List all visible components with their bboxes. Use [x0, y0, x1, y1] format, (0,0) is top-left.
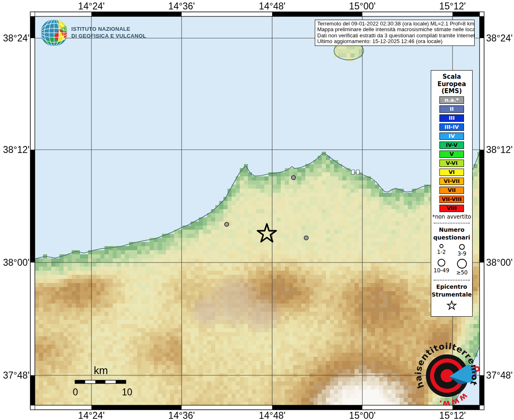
epicenter-title: Epicentro Strumentale — [431, 283, 472, 299]
lon-label: 14°24' — [78, 1, 105, 12]
questionnaire-size-class: ≥50 — [452, 258, 472, 277]
ems-scale-item: IV-V — [439, 142, 464, 149]
ems-scale-item: VII-VIII — [439, 196, 464, 203]
ems-scale-item: VIII — [439, 205, 464, 212]
info-line: Ultimo aggiornamento: 15-12-2025 12:46 (… — [317, 39, 472, 44]
ems-scale-item: n.a.* — [439, 96, 464, 104]
questionnaire-size-class: 1-2 — [431, 243, 452, 258]
legend-scale-title: Scala Europea (EMS) — [431, 73, 472, 95]
lat-label: 38°00' — [486, 257, 513, 268]
lat-label: 38°12' — [486, 144, 513, 155]
lon-label: 15°00' — [349, 1, 376, 12]
questionnaire-size-class: 10-49 — [431, 258, 452, 277]
lon-label: 15°12' — [439, 1, 466, 12]
lat-label: 38°24' — [1, 33, 30, 44]
info-line: Dati non verificati estratti da 3 questi… — [317, 33, 472, 39]
info-line: Terremoto del 09-01-2022 02:30:38 (ora l… — [317, 21, 472, 27]
questionnaires-title: Numero questionari — [431, 226, 472, 242]
seismic-intensity-map-page: km010 haisentitoilterremoto.it www. ? — [0, 0, 514, 420]
epicenter-star-icon — [446, 299, 458, 311]
ingv-name-line1: ISTITUTO NAZIONALE — [71, 26, 130, 32]
lat-label: 37°48' — [486, 370, 513, 381]
legend-divider — [434, 223, 470, 224]
legend-panel: Scala Europea (EMS) n.a.*IIIIIIII-IVIVIV… — [431, 70, 473, 317]
questionnaire-circle-icon — [455, 258, 469, 269]
lon-label: 14°24' — [78, 410, 105, 420]
questionnaire-size-key: 1-23-910-49≥50 — [431, 243, 472, 277]
legend-divider — [434, 280, 470, 281]
lat-label: 38°00' — [1, 257, 30, 268]
ingv-globe-icon: ISTITUTO NAZIONALE DI GEOFISICA E VULCAN… — [39, 18, 146, 48]
ems-scale-item: II — [439, 105, 464, 113]
questionnaire-size-class: 3-9 — [452, 243, 472, 258]
earthquake-info-box: Terremoto del 09-01-2022 02:30:38 (ora l… — [315, 20, 475, 46]
terrain-map — [35, 16, 480, 405]
lon-label: 14°48' — [259, 410, 286, 420]
questionnaire-class-label: 3-9 — [452, 251, 472, 257]
ingv-name-line2: DI GEOFISICA E VULCANOLOGIA — [71, 33, 146, 39]
lat-label: 37°48' — [1, 370, 30, 381]
lat-label: 38°12' — [1, 144, 30, 155]
lat-label: 38°24' — [486, 33, 513, 44]
lon-label: 14°48' — [259, 1, 286, 12]
lon-label: 14°36' — [168, 1, 195, 12]
lon-label: 15°12' — [439, 410, 466, 420]
questionnaire-circle-icon — [434, 258, 448, 267]
lon-label: 14°36' — [168, 410, 195, 420]
ems-scale-item: V-VI — [439, 160, 464, 167]
questionnaire-class-label: 1-2 — [431, 249, 452, 255]
info-line: Mappa preliminare delle intensità macros… — [317, 27, 472, 32]
questionnaire-class-label: 10-49 — [431, 267, 452, 274]
lon-label: 15°00' — [349, 410, 376, 420]
ems-scale-item: VII — [439, 187, 464, 194]
questionnaire-circle-icon — [434, 243, 448, 249]
ems-scale-item: III-IV — [439, 123, 464, 131]
ems-scale-item: VI — [439, 169, 464, 176]
ingv-logo: ISTITUTO NAZIONALE DI GEOFISICA E VULCAN… — [39, 18, 146, 48]
ems-scale-items: n.a.*IIIIIIII-IVIVIV-VVV-VIVIVI-VIIVIIVI… — [431, 96, 472, 212]
ems-scale-item: VI-VII — [439, 178, 464, 185]
ems-scale-item: IV — [439, 132, 464, 140]
ems-scale-item: V — [439, 151, 464, 158]
questionnaire-class-label: ≥50 — [452, 269, 472, 276]
not-felt-note: *non avvertito — [431, 214, 472, 220]
questionnaire-circle-icon — [455, 243, 469, 251]
ems-scale-item: III — [439, 114, 464, 122]
